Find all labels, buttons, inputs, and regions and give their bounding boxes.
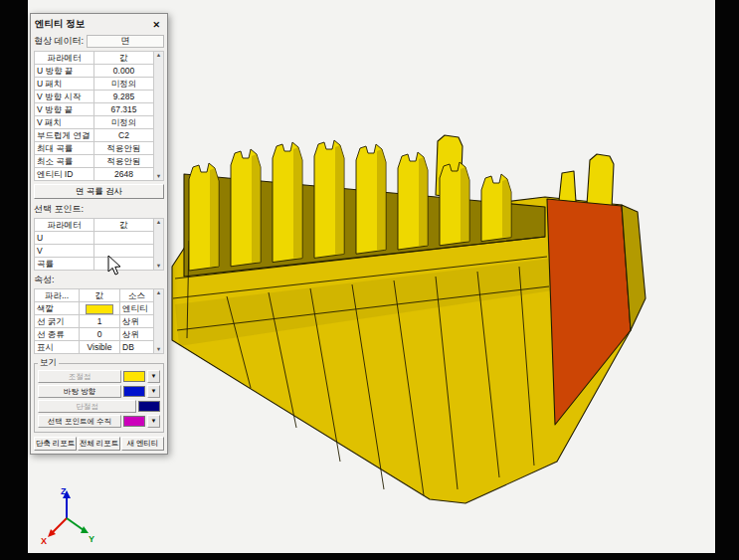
chevron-down-icon[interactable]: ▼ (147, 385, 160, 398)
x-axis (52, 518, 67, 533)
table-row[interactable]: V (35, 245, 154, 258)
cell: V 방향 시작 (35, 91, 94, 103)
table-row[interactable]: 선 굵기1상위 (35, 315, 154, 328)
selected-point-table-wrap: 파라메터값UV곡률 ▲ ▼ (34, 218, 164, 271)
table-row[interactable]: U (35, 232, 154, 245)
cell: V 패치 (35, 116, 94, 129)
scroll-down-icon[interactable]: ▼ (156, 173, 161, 180)
cell: V (35, 245, 94, 258)
column-header: 값 (94, 52, 154, 65)
table-row[interactable]: 색깔엔티티 (35, 302, 154, 315)
table-row[interactable]: 부드럽게 연결C2 (35, 129, 154, 142)
color-swatch[interactable] (123, 371, 145, 382)
cell: C2 (94, 129, 154, 142)
table-row[interactable]: U 패치미정의 (35, 78, 154, 91)
scroll-up-icon[interactable]: ▲ (156, 289, 161, 296)
selected-point-label: 선택 포인트: (34, 203, 164, 216)
footer-button[interactable]: 전체 리포트 (78, 437, 120, 451)
y-axis-label: Y (89, 534, 94, 544)
header-row: 파라메터값 (35, 219, 154, 232)
header-row: 파라...값소스 (35, 289, 154, 302)
properties-table-wrap: 파라...값소스색깔엔티티선 굵기1상위선 종류0상위표시VisibleDB ▲… (34, 288, 164, 354)
scroll-down-icon[interactable]: ▼ (156, 263, 161, 270)
model-rib-shade (293, 147, 302, 259)
cell: 상위 (120, 315, 154, 328)
parameter-table: 파라메터값U 방향 끝0.000U 패치미정의V 방향 시작9.285V 방향 … (34, 51, 154, 181)
view-row: 조절점▼ (38, 370, 160, 383)
table-row[interactable]: V 방향 끝67.315 (35, 103, 154, 116)
selected-point-table: 파라메터값UV곡률 (34, 218, 154, 271)
view-toggle-button[interactable]: 바탕 방향 (38, 385, 121, 398)
properties-table: 파라...값소스색깔엔티티선 굵기1상위선 종류0상위표시VisibleDB (34, 288, 154, 354)
model-group (172, 135, 646, 503)
table-row[interactable]: V 패치미정의 (35, 116, 154, 129)
cell: 적용안됨 (94, 142, 154, 155)
table-row[interactable]: 최소 곡률적용안됨 (35, 155, 154, 168)
cell: DB (120, 341, 154, 354)
column-header: 소스 (120, 289, 154, 302)
z-axis-label: Z (61, 486, 67, 496)
column-header: 값 (80, 289, 120, 302)
parameter-table-scrollbar[interactable]: ▲ ▼ (154, 51, 164, 181)
view-toggle-button[interactable]: 선택 포인트에 수직 (38, 415, 121, 428)
cell: 0 (80, 328, 120, 341)
shape-data-row: 형상 데이터: 면 (34, 35, 164, 48)
app-window: Z X Y 엔티티 정보 ✕ 형상 데이터: 면 파라메터값U 방향 끝0.00… (0, 0, 739, 560)
face-curvature-check-button[interactable]: 면 곡률 검사 (34, 184, 164, 199)
x-axis-label: X (41, 536, 47, 546)
scroll-down-icon[interactable]: ▼ (156, 346, 161, 353)
scroll-up-icon[interactable]: ▲ (156, 219, 161, 226)
model-rib-shade (335, 145, 344, 254)
table-row[interactable]: 곡률 (35, 258, 154, 271)
bottom-black-bar (0, 553, 739, 560)
dialog-titlebar[interactable]: 엔티티 정보 ✕ (34, 16, 164, 35)
model-rib-shade (210, 168, 219, 267)
column-header: 파라... (35, 289, 80, 302)
table-row[interactable]: V 방향 시작9.285 (35, 91, 154, 103)
color-swatch[interactable] (138, 401, 160, 412)
chevron-down-icon[interactable]: ▼ (147, 415, 160, 428)
model-rib-shade (377, 149, 386, 250)
color-swatch[interactable] (123, 386, 145, 397)
cell: U (35, 232, 94, 245)
column-header: 값 (94, 219, 154, 232)
cell: 부드럽게 연결 (35, 129, 94, 142)
entity-info-dialog: 엔티티 정보 ✕ 형상 데이터: 면 파라메터값U 방향 끝0.000U 패치미… (30, 13, 168, 455)
view-section: 보기 조절점▼바탕 방향▼단절점선택 포인트에 수직▼ (34, 357, 164, 433)
shape-data-label: 형상 데이터: (34, 35, 84, 48)
cell: 엔티티 ID (35, 168, 94, 181)
table-row[interactable]: U 방향 끝0.000 (35, 65, 154, 78)
close-icon[interactable]: ✕ (149, 20, 163, 30)
chevron-down-icon[interactable]: ▼ (147, 370, 160, 383)
model-right-tab[interactable] (587, 154, 614, 209)
model-rib-shade (419, 157, 428, 246)
model-rib-shade (502, 179, 511, 238)
color-swatch[interactable] (123, 416, 145, 427)
properties-label: 속성: (34, 274, 164, 286)
scroll-up-icon[interactable]: ▲ (156, 52, 161, 59)
table-row[interactable]: 엔티티 ID2648 (35, 168, 154, 181)
parameter-table-wrap: 파라메터값U 방향 끝0.000U 패치미정의V 방향 시작9.285V 방향 … (34, 51, 164, 181)
cell: 9.285 (94, 91, 154, 103)
table-row[interactable]: 표시VisibleDB (35, 341, 154, 354)
model-right-tab-small[interactable] (559, 171, 576, 202)
footer-button[interactable]: 새 엔티티 (121, 437, 164, 451)
properties-scrollbar[interactable]: ▲ ▼ (154, 288, 164, 354)
cell: 색깔 (35, 302, 80, 315)
table-row[interactable]: 선 종류0상위 (35, 328, 154, 341)
view-row: 단절점 (38, 400, 160, 413)
dialog-footer: 단축 리포트전체 리포트새 엔티티 (34, 437, 164, 451)
cell: 미정의 (94, 116, 154, 129)
view-toggle-button[interactable]: 단절점 (38, 400, 136, 413)
cell: 엔티티 (120, 302, 154, 315)
cell: 0.000 (94, 65, 154, 78)
view-toggle-button[interactable]: 조절점 (38, 370, 121, 383)
dialog-title: 엔티티 정보 (35, 18, 85, 31)
column-header: 파라메터 (35, 219, 94, 232)
footer-button[interactable]: 단축 리포트 (34, 437, 77, 451)
table-row[interactable]: 최대 곡률적용안됨 (35, 142, 154, 155)
cell: 선 굵기 (35, 315, 80, 328)
cell: 최소 곡률 (35, 155, 94, 168)
cell: 2648 (94, 168, 154, 181)
selected-point-scrollbar[interactable]: ▲ ▼ (154, 218, 164, 271)
